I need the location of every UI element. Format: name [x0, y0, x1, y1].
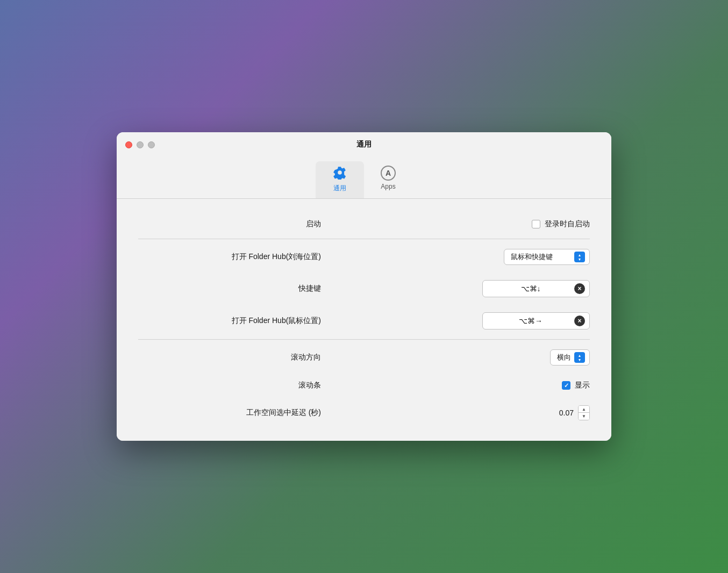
stepper-increment[interactable]: ▲: [579, 406, 589, 413]
startup-section: 启动 登录时自启动: [117, 212, 611, 237]
tab-apps[interactable]: A Apps: [364, 161, 412, 198]
open-notch-control: 鼠标和快捷键 ▲ ▼: [504, 249, 590, 265]
maximize-button[interactable]: [148, 141, 155, 148]
scroll-section: 滚动方向 横向 ▲ ▼ 滚动条 显示: [117, 342, 611, 428]
divider-1: [138, 239, 590, 239]
scrollbar-row: 滚动条 显示: [138, 373, 590, 398]
shortcut-label: 快捷键: [138, 284, 321, 293]
open-notch-section: 打开 Folder Hub(刘海位置) 鼠标和快捷键 ▲ ▼ 快捷键: [117, 241, 611, 337]
workspace-delay-control: 0.07 ▲ ▼: [559, 405, 590, 420]
arrow-up: ▲: [578, 253, 582, 257]
scroll-direction-row: 滚动方向 横向 ▲ ▼: [138, 342, 590, 373]
stepper-decrement[interactable]: ▼: [579, 413, 589, 420]
shortcut-value: ⌥⌘↓: [491, 284, 570, 293]
open-mouse-clear-button[interactable]: ×: [574, 316, 585, 326]
scroll-direction-select[interactable]: 横向 ▲ ▼: [550, 349, 590, 366]
workspace-delay-value: 0.07: [559, 409, 574, 417]
startup-control: 登录时自启动: [532, 219, 590, 229]
auto-start-label: 登录时自启动: [545, 219, 590, 229]
arrow-down: ▼: [578, 257, 582, 261]
close-button[interactable]: [125, 141, 132, 148]
workspace-delay-label: 工作空间选中延迟 (秒): [138, 408, 321, 418]
scrollbar-show-label: 显示: [575, 381, 590, 390]
traffic-lights: [125, 141, 155, 148]
apps-icon: A: [381, 166, 396, 181]
open-mouse-field[interactable]: ⌥⌘→ ×: [482, 312, 590, 330]
scrollbar-checkbox[interactable]: [562, 381, 570, 390]
shortcut-field[interactable]: ⌥⌘↓ ×: [482, 280, 590, 297]
shortcut-row: 快捷键 ⌥⌘↓ ×: [138, 273, 590, 305]
scroll-direction-label: 滚动方向: [138, 353, 321, 362]
toolbar: 通用 A Apps: [117, 157, 611, 199]
scroll-direction-arrows: ▲ ▼: [574, 352, 585, 363]
stepper-buttons: ▲ ▼: [578, 405, 590, 420]
open-notch-label: 打开 Folder Hub(刘海位置): [138, 252, 321, 262]
open-notch-arrows: ▲ ▼: [574, 252, 585, 262]
open-mouse-value: ⌥⌘→: [491, 317, 570, 325]
open-mouse-label: 打开 Folder Hub(鼠标位置): [138, 316, 321, 326]
auto-start-checkbox[interactable]: [532, 220, 540, 228]
scroll-direction-value: 横向: [557, 353, 571, 362]
shortcut-clear-button[interactable]: ×: [574, 283, 585, 294]
gear-icon: [333, 166, 347, 182]
shortcut-control: ⌥⌘↓ ×: [482, 280, 590, 297]
minimize-button[interactable]: [137, 141, 144, 148]
open-mouse-control: ⌥⌘→ ×: [482, 312, 590, 330]
divider-2: [138, 339, 590, 340]
settings-content: 启动 登录时自启动 打开 Folder Hub(刘海位置) 鼠标和快捷键 ▲ ▼: [117, 199, 611, 441]
open-notch-select[interactable]: 鼠标和快捷键 ▲ ▼: [504, 249, 590, 265]
startup-label: 启动: [138, 219, 321, 229]
settings-window: 通用 通用 A Apps 启动 登录时自启动: [117, 132, 611, 441]
open-mouse-row: 打开 Folder Hub(鼠标位置) ⌥⌘→ ×: [138, 305, 590, 337]
open-notch-value: 鼠标和快捷键: [511, 252, 571, 262]
scrollbar-label: 滚动条: [138, 381, 321, 390]
scroll-direction-control: 横向 ▲ ▼: [550, 349, 590, 366]
tab-apps-label: Apps: [381, 183, 395, 190]
scrollbar-control: 显示: [562, 381, 590, 390]
workspace-delay-row: 工作空间选中延迟 (秒) 0.07 ▲ ▼: [138, 398, 590, 428]
tab-general-label: 通用: [333, 184, 346, 193]
startup-row: 启动 登录时自启动: [138, 212, 590, 237]
tab-general[interactable]: 通用: [316, 161, 364, 198]
open-notch-row: 打开 Folder Hub(刘海位置) 鼠标和快捷键 ▲ ▼: [138, 241, 590, 273]
arrow-down-2: ▼: [578, 358, 582, 362]
titlebar: 通用: [117, 132, 611, 157]
workspace-delay-stepper: 0.07 ▲ ▼: [559, 405, 590, 420]
arrow-up-2: ▲: [578, 354, 582, 357]
window-title: 通用: [356, 140, 372, 149]
